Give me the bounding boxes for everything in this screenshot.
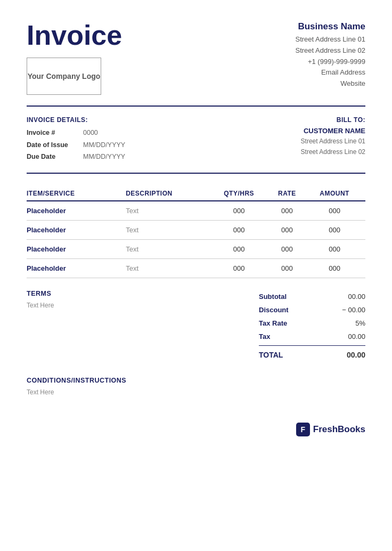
items-table: ITEM/SERVICE DESCRIPTION QTY/HRS RATE AM…: [27, 187, 365, 278]
table-row: Placeholder Text 000 000 000: [27, 201, 365, 221]
table-header-row: ITEM/SERVICE DESCRIPTION QTY/HRS RATE AM…: [27, 187, 365, 201]
item-desc-0: Text: [126, 201, 212, 221]
item-name-3: Placeholder: [27, 258, 126, 278]
freshbooks-icon: F: [296, 423, 310, 436]
freshbooks-branding: F FreshBooks: [27, 423, 365, 436]
discount-label: Discount: [259, 306, 301, 314]
date-of-issue-label: Date of Issue: [27, 139, 75, 151]
conditions-block: CONDITIONS/INSTRUCTIONS Text Here: [27, 377, 365, 396]
item-desc-1: Text: [126, 220, 212, 239]
item-name-0: Placeholder: [27, 201, 126, 221]
header: Invoice Your Company Logo Business Name …: [27, 21, 365, 95]
item-rate-0: 000: [271, 201, 308, 221]
item-name-2: Placeholder: [27, 239, 126, 258]
table-row: Placeholder Text 000 000 000: [27, 258, 365, 278]
tax-rate-value: 5%: [333, 319, 365, 327]
customer-address-line2: Street Address Line 02: [196, 147, 365, 157]
tax-row: Tax 00.00: [259, 330, 365, 343]
item-amount-0: 000: [308, 201, 365, 221]
subtotal-label: Subtotal: [259, 293, 301, 301]
table-row: Placeholder Text 000 000 000: [27, 239, 365, 258]
website: Website: [295, 78, 365, 90]
tax-value: 00.00: [333, 333, 365, 341]
details-divider: [27, 173, 365, 174]
header-left: Invoice Your Company Logo: [27, 21, 122, 95]
email: Email Address: [295, 67, 365, 78]
due-date-value: MM/DD/YYYY: [83, 151, 125, 163]
col-description: DESCRIPTION: [126, 187, 212, 201]
subtotal-row: Subtotal 00.00: [259, 290, 365, 303]
totals-divider: [259, 345, 365, 346]
bill-to-section: BILL TO: CUSTOMER NAME Street Address Li…: [196, 116, 365, 163]
totals-block: Subtotal 00.00 Discount − 00.00 Tax Rate…: [259, 290, 365, 362]
discount-value: − 00.00: [333, 306, 365, 314]
item-qty-3: 000: [212, 258, 271, 278]
items-section: ITEM/SERVICE DESCRIPTION QTY/HRS RATE AM…: [27, 187, 365, 278]
tax-rate-label: Tax Rate: [259, 319, 301, 327]
item-amount-3: 000: [308, 258, 365, 278]
item-qty-1: 000: [212, 220, 271, 239]
subtotal-value: 00.00: [333, 293, 365, 301]
date-of-issue-value: MM/DD/YYYY: [83, 139, 125, 151]
tax-rate-row: Tax Rate 5%: [259, 317, 365, 330]
invoice-details: INVOICE DETAILS: Invoice # 0000 Date of …: [27, 116, 196, 163]
total-value: 00.00: [333, 351, 365, 359]
bill-to-label: BILL TO:: [196, 116, 365, 124]
conditions-label: CONDITIONS/INSTRUCTIONS: [27, 377, 365, 384]
total-label: TOTAL: [259, 351, 301, 359]
item-rate-1: 000: [271, 220, 308, 239]
total-row: TOTAL 00.00: [259, 348, 365, 362]
terms-block: TERMS Text Here: [27, 290, 259, 309]
freshbooks-name: FreshBooks: [313, 424, 365, 435]
customer-name: CUSTOMER NAME: [196, 127, 365, 135]
item-qty-0: 000: [212, 201, 271, 221]
item-rate-2: 000: [271, 239, 308, 258]
col-amount: AMOUNT: [308, 187, 365, 201]
table-row: Placeholder Text 000 000 000: [27, 220, 365, 239]
business-info: Business Name Street Address Line 01 Str…: [295, 21, 365, 90]
date-of-issue-row: Date of Issue MM/DD/YYYY: [27, 139, 196, 151]
conditions-text: Text Here: [27, 388, 365, 396]
terms-label: TERMS: [27, 290, 248, 297]
business-name: Business Name: [295, 21, 365, 32]
col-item: ITEM/SERVICE: [27, 187, 126, 201]
tax-label: Tax: [259, 333, 301, 341]
item-amount-1: 000: [308, 220, 365, 239]
address-line2: Street Address Line 02: [295, 45, 365, 56]
address-line1: Street Address Line 01: [295, 34, 365, 45]
discount-row: Discount − 00.00: [259, 303, 365, 317]
company-logo: Your Company Logo: [27, 58, 101, 95]
invoice-number-value: 0000: [83, 127, 98, 139]
item-qty-2: 000: [212, 239, 271, 258]
terms-text: Text Here: [27, 302, 248, 309]
item-amount-2: 000: [308, 239, 365, 258]
invoice-number-row: Invoice # 0000: [27, 127, 196, 139]
item-name-1: Placeholder: [27, 220, 126, 239]
details-section: INVOICE DETAILS: Invoice # 0000 Date of …: [27, 116, 365, 163]
header-divider: [27, 106, 365, 107]
due-date-row: Due Date MM/DD/YYYY: [27, 151, 196, 163]
customer-address-line1: Street Address Line 01: [196, 136, 365, 147]
invoice-details-label: INVOICE DETAILS:: [27, 116, 196, 124]
footer-section: TERMS Text Here Subtotal 00.00 Discount …: [27, 290, 365, 362]
item-rate-3: 000: [271, 258, 308, 278]
item-desc-2: Text: [126, 239, 212, 258]
col-qty: QTY/HRS: [212, 187, 271, 201]
invoice-number-label: Invoice #: [27, 127, 75, 139]
invoice-title: Invoice: [27, 21, 122, 49]
due-date-label: Due Date: [27, 151, 75, 163]
item-desc-3: Text: [126, 258, 212, 278]
col-rate: RATE: [271, 187, 308, 201]
phone: +1 (999)-999-9999: [295, 56, 365, 68]
